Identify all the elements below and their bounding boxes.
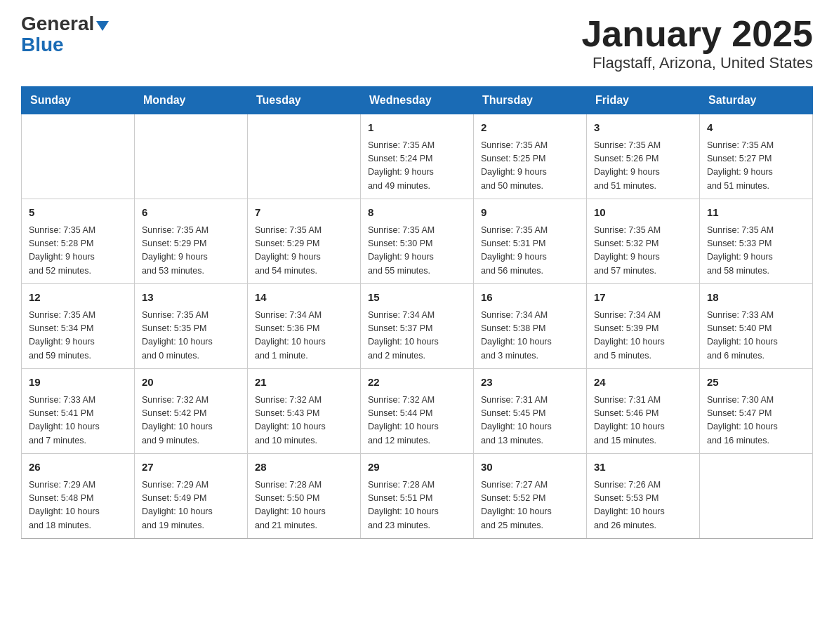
calendar-day-cell: 12Sunrise: 7:35 AM Sunset: 5:34 PM Dayli… [22,284,135,369]
day-info: Sunrise: 7:35 AM Sunset: 5:29 PM Dayligh… [255,224,353,279]
day-info: Sunrise: 7:35 AM Sunset: 5:31 PM Dayligh… [481,224,579,279]
day-number: 27 [142,459,240,476]
page-header: General Blue January 2025 Flagstaff, Ari… [21,14,813,72]
page-title: January 2025 [581,14,813,54]
calendar-day-cell: 30Sunrise: 7:27 AM Sunset: 5:52 PM Dayli… [474,454,587,539]
calendar-day-cell: 8Sunrise: 7:35 AM Sunset: 5:30 PM Daylig… [361,199,474,284]
day-number: 5 [29,205,127,221]
calendar-day-cell: 29Sunrise: 7:28 AM Sunset: 5:51 PM Dayli… [361,454,474,539]
calendar-day-cell [700,454,813,539]
day-info: Sunrise: 7:35 AM Sunset: 5:28 PM Dayligh… [29,224,127,279]
calendar-day-header: Tuesday [248,87,361,114]
day-info: Sunrise: 7:35 AM Sunset: 5:34 PM Dayligh… [29,309,127,363]
day-number: 17 [594,290,692,306]
day-info: Sunrise: 7:35 AM Sunset: 5:27 PM Dayligh… [707,139,805,194]
day-number: 3 [594,120,692,136]
calendar-day-cell: 17Sunrise: 7:34 AM Sunset: 5:39 PM Dayli… [587,284,700,369]
calendar-day-cell: 28Sunrise: 7:28 AM Sunset: 5:50 PM Dayli… [248,454,361,539]
logo-blue-text: Blue [21,34,64,55]
day-number: 29 [368,459,466,476]
day-info: Sunrise: 7:35 AM Sunset: 5:26 PM Dayligh… [594,139,692,194]
calendar-day-cell: 27Sunrise: 7:29 AM Sunset: 5:49 PM Dayli… [135,454,248,539]
day-number: 8 [368,205,466,221]
calendar-day-cell: 20Sunrise: 7:32 AM Sunset: 5:42 PM Dayli… [135,369,248,454]
day-number: 22 [368,375,466,391]
calendar-week-row: 12Sunrise: 7:35 AM Sunset: 5:34 PM Dayli… [22,284,813,369]
day-number: 1 [368,120,466,136]
day-number: 31 [594,459,692,476]
calendar-day-cell: 14Sunrise: 7:34 AM Sunset: 5:36 PM Dayli… [248,284,361,369]
calendar-day-cell: 4Sunrise: 7:35 AM Sunset: 5:27 PM Daylig… [700,114,813,199]
day-info: Sunrise: 7:32 AM Sunset: 5:44 PM Dayligh… [368,394,466,448]
day-number: 13 [142,290,240,306]
day-number: 6 [142,205,240,221]
day-number: 25 [707,375,805,391]
day-number: 14 [255,290,353,306]
calendar-day-cell: 11Sunrise: 7:35 AM Sunset: 5:33 PM Dayli… [700,199,813,284]
day-info: Sunrise: 7:27 AM Sunset: 5:52 PM Dayligh… [481,478,579,533]
logo-general-text: General [21,14,94,34]
day-number: 23 [481,375,579,391]
calendar-day-cell [135,114,248,199]
day-number: 20 [142,375,240,391]
day-info: Sunrise: 7:35 AM Sunset: 5:32 PM Dayligh… [594,224,692,279]
day-info: Sunrise: 7:26 AM Sunset: 5:53 PM Dayligh… [594,478,692,533]
day-number: 16 [481,290,579,306]
day-info: Sunrise: 7:31 AM Sunset: 5:46 PM Dayligh… [594,394,692,448]
calendar-week-row: 19Sunrise: 7:33 AM Sunset: 5:41 PM Dayli… [22,369,813,454]
day-info: Sunrise: 7:35 AM Sunset: 5:30 PM Dayligh… [368,224,466,279]
calendar-day-cell: 16Sunrise: 7:34 AM Sunset: 5:38 PM Dayli… [474,284,587,369]
day-info: Sunrise: 7:34 AM Sunset: 5:37 PM Dayligh… [368,309,466,363]
calendar-week-row: 26Sunrise: 7:29 AM Sunset: 5:48 PM Dayli… [22,454,813,539]
day-number: 28 [255,459,353,476]
calendar-day-header: Thursday [474,87,587,114]
calendar-day-cell: 15Sunrise: 7:34 AM Sunset: 5:37 PM Dayli… [361,284,474,369]
calendar-day-cell: 9Sunrise: 7:35 AM Sunset: 5:31 PM Daylig… [474,199,587,284]
calendar-table: SundayMondayTuesdayWednesdayThursdayFrid… [21,86,813,539]
calendar-body: 1Sunrise: 7:35 AM Sunset: 5:24 PM Daylig… [22,114,813,539]
day-info: Sunrise: 7:28 AM Sunset: 5:50 PM Dayligh… [255,478,353,533]
calendar-day-cell: 24Sunrise: 7:31 AM Sunset: 5:46 PM Dayli… [587,369,700,454]
calendar-day-cell: 19Sunrise: 7:33 AM Sunset: 5:41 PM Dayli… [22,369,135,454]
calendar-day-cell: 13Sunrise: 7:35 AM Sunset: 5:35 PM Dayli… [135,284,248,369]
calendar-day-cell: 1Sunrise: 7:35 AM Sunset: 5:24 PM Daylig… [361,114,474,199]
calendar-day-cell: 7Sunrise: 7:35 AM Sunset: 5:29 PM Daylig… [248,199,361,284]
day-info: Sunrise: 7:35 AM Sunset: 5:35 PM Dayligh… [142,309,240,363]
calendar-day-cell: 26Sunrise: 7:29 AM Sunset: 5:48 PM Dayli… [22,454,135,539]
day-info: Sunrise: 7:28 AM Sunset: 5:51 PM Dayligh… [368,478,466,533]
calendar-day-cell: 6Sunrise: 7:35 AM Sunset: 5:29 PM Daylig… [135,199,248,284]
calendar-day-header: Friday [587,87,700,114]
day-number: 18 [707,290,805,306]
day-number: 21 [255,375,353,391]
day-info: Sunrise: 7:31 AM Sunset: 5:45 PM Dayligh… [481,394,579,448]
day-number: 19 [29,375,127,391]
day-info: Sunrise: 7:35 AM Sunset: 5:29 PM Dayligh… [142,224,240,279]
calendar-day-cell [248,114,361,199]
day-info: Sunrise: 7:35 AM Sunset: 5:25 PM Dayligh… [481,139,579,194]
logo: General Blue [21,14,109,56]
day-number: 11 [707,205,805,221]
calendar-day-header: Monday [135,87,248,114]
day-info: Sunrise: 7:32 AM Sunset: 5:43 PM Dayligh… [255,394,353,448]
day-info: Sunrise: 7:34 AM Sunset: 5:38 PM Dayligh… [481,309,579,363]
day-info: Sunrise: 7:33 AM Sunset: 5:41 PM Dayligh… [29,394,127,448]
day-number: 2 [481,120,579,136]
calendar-day-cell: 23Sunrise: 7:31 AM Sunset: 5:45 PM Dayli… [474,369,587,454]
calendar-day-cell: 22Sunrise: 7:32 AM Sunset: 5:44 PM Dayli… [361,369,474,454]
day-number: 7 [255,205,353,221]
day-number: 4 [707,120,805,136]
day-info: Sunrise: 7:29 AM Sunset: 5:49 PM Dayligh… [142,478,240,533]
day-number: 12 [29,290,127,306]
calendar-day-cell: 2Sunrise: 7:35 AM Sunset: 5:25 PM Daylig… [474,114,587,199]
day-number: 9 [481,205,579,221]
day-info: Sunrise: 7:33 AM Sunset: 5:40 PM Dayligh… [707,309,805,363]
day-info: Sunrise: 7:34 AM Sunset: 5:39 PM Dayligh… [594,309,692,363]
calendar-day-cell [22,114,135,199]
day-info: Sunrise: 7:35 AM Sunset: 5:33 PM Dayligh… [707,224,805,279]
calendar-header-row: SundayMondayTuesdayWednesdayThursdayFrid… [22,87,813,114]
calendar-week-row: 5Sunrise: 7:35 AM Sunset: 5:28 PM Daylig… [22,199,813,284]
calendar-day-cell: 31Sunrise: 7:26 AM Sunset: 5:53 PM Dayli… [587,454,700,539]
calendar-week-row: 1Sunrise: 7:35 AM Sunset: 5:24 PM Daylig… [22,114,813,199]
day-info: Sunrise: 7:32 AM Sunset: 5:42 PM Dayligh… [142,394,240,448]
day-info: Sunrise: 7:35 AM Sunset: 5:24 PM Dayligh… [368,139,466,194]
